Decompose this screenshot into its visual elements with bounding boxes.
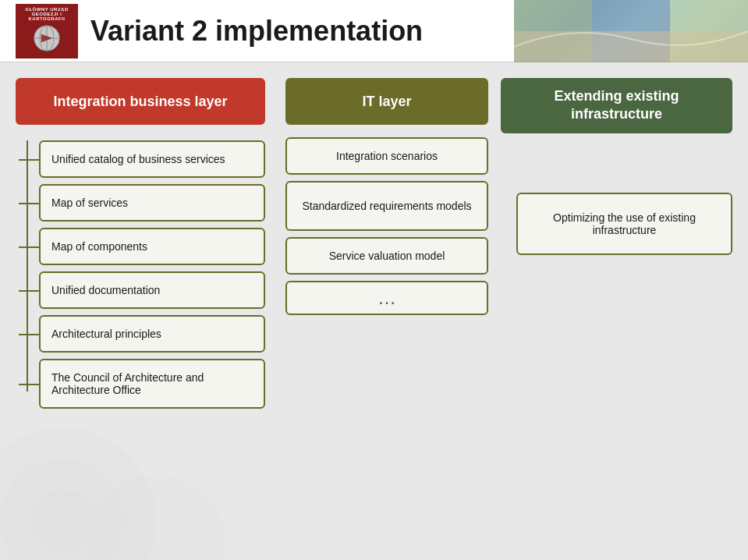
mid-item-4: … xyxy=(285,281,488,315)
logo-text: GŁÓWNY URZĄD GEODEZJI I KARTOGRAFII xyxy=(19,7,75,21)
left-item-2: Map of services xyxy=(39,184,265,222)
right-column: Extending existing infrastructure Optimi… xyxy=(501,78,732,552)
mid-item-2: Standardized requirements models xyxy=(285,181,488,231)
main-content: Integration business layer Unified catal… xyxy=(0,62,748,560)
logo-area: GŁÓWNY URZĄD GEODEZJI I KARTOGRAFII Vari… xyxy=(16,4,423,58)
mid-item-3: Service valuation model xyxy=(285,237,488,275)
right-item-1: Optimizing the use of existing infrastru… xyxy=(516,193,732,255)
left-item-5: Architectural principles xyxy=(39,315,265,353)
left-column: Integration business layer Unified catal… xyxy=(16,78,265,552)
middle-column-header: IT layer xyxy=(285,78,488,125)
right-column-header: Extending existing infrastructure xyxy=(501,78,732,133)
header-decorative-image xyxy=(514,0,748,62)
logo-globe-icon xyxy=(30,23,64,54)
middle-column: IT layer Integration scenarios Standardi… xyxy=(285,78,488,552)
logo-box: GŁÓWNY URZĄD GEODEZJI I KARTOGRAFII xyxy=(16,4,78,58)
page-header: GŁÓWNY URZĄD GEODEZJI I KARTOGRAFII Vari… xyxy=(0,0,748,62)
left-item-1: Unified catalog of business services xyxy=(39,140,265,178)
left-item-3: Map of components xyxy=(39,228,265,265)
left-item-6: The Council of Architecture and Architec… xyxy=(39,359,265,409)
left-item-4: Unified documentation xyxy=(39,271,265,309)
left-vertical-line xyxy=(27,140,28,392)
page-title: Variant 2 implementation xyxy=(90,15,423,48)
left-column-header: Integration business layer xyxy=(16,78,265,125)
left-items-wrapper: Unified catalog of business services Map… xyxy=(16,140,265,415)
mid-item-1: Integration scenarios xyxy=(285,137,488,175)
